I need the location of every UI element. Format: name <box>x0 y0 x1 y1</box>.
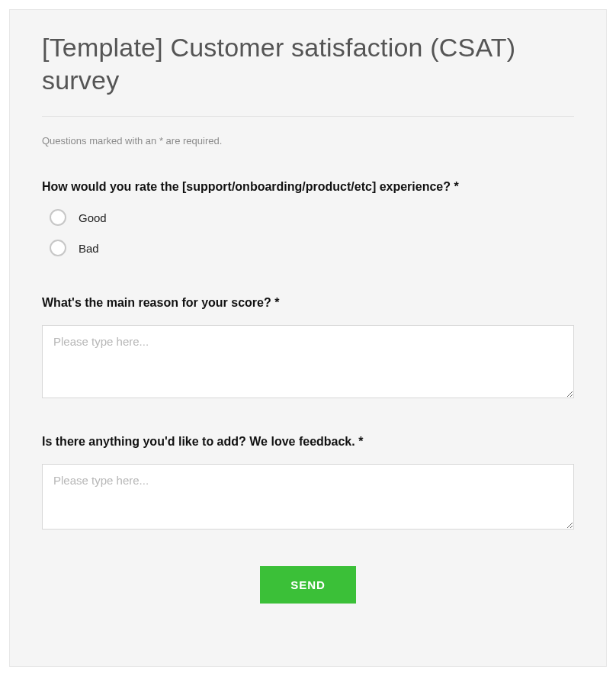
viewport: [Template] Customer satisfaction (CSAT) … <box>0 0 616 676</box>
reason-textarea[interactable] <box>42 325 574 398</box>
required-note: Questions marked with an * are required. <box>42 135 574 146</box>
divider <box>42 116 574 117</box>
question-2: What's the main reason for your score? * <box>42 296 574 401</box>
question-2-label: What's the main reason for your score? * <box>42 296 574 310</box>
submit-row: SEND <box>42 566 574 604</box>
option-bad[interactable]: Bad <box>50 240 574 256</box>
option-label: Bad <box>79 242 99 255</box>
question-3-label: Is there anything you'd like to add? We … <box>42 435 574 449</box>
send-button[interactable]: SEND <box>260 566 356 604</box>
question-1-label: How would you rate the [support/onboardi… <box>42 180 574 194</box>
feedback-textarea[interactable] <box>42 464 574 530</box>
question-1-options: Good Bad <box>50 209 574 256</box>
survey-card: [Template] Customer satisfaction (CSAT) … <box>9 9 607 667</box>
option-label: Good <box>79 211 107 224</box>
survey-title: [Template] Customer satisfaction (CSAT) … <box>42 31 574 96</box>
radio-icon <box>50 240 66 256</box>
option-good[interactable]: Good <box>50 209 574 226</box>
radio-icon <box>50 209 66 226</box>
question-3: Is there anything you'd like to add? We … <box>42 435 574 533</box>
